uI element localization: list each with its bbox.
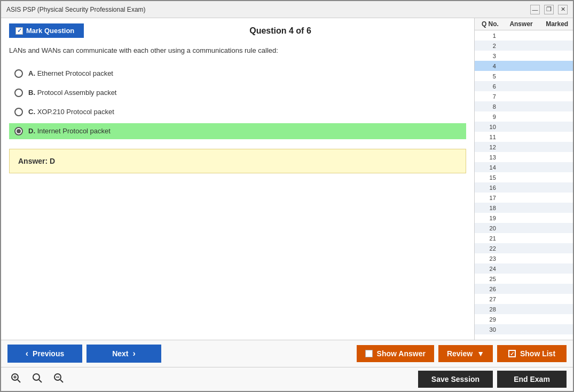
qlist-cell-qno: 22 bbox=[475, 245, 501, 252]
list-item[interactable]: 20 bbox=[475, 223, 573, 233]
list-item[interactable]: 16 bbox=[475, 182, 573, 193]
previous-label: Previous bbox=[33, 349, 64, 358]
window-title: ASIS PSP (Physical Security Professional… bbox=[6, 6, 146, 13]
end-exam-button[interactable]: End Exam bbox=[497, 371, 567, 388]
list-item[interactable]: 3 bbox=[475, 51, 573, 61]
show-answer-button[interactable]: Show Answer bbox=[357, 345, 434, 362]
left-panel: ✓ Mark Question Question 4 of 6 LANs and… bbox=[1, 18, 474, 340]
list-item[interactable]: 26 bbox=[475, 284, 573, 294]
option-c-label: C. bbox=[28, 108, 35, 116]
option-c[interactable]: C. XOP.210 Protocol packet bbox=[9, 104, 466, 120]
mark-question-label: Mark Question bbox=[26, 27, 74, 35]
checkmark-icon: ✓ bbox=[17, 27, 22, 34]
zoom-out-icon bbox=[53, 373, 64, 383]
qlist-cell-qno: 16 bbox=[475, 185, 501, 191]
title-bar: ASIS PSP (Physical Security Professional… bbox=[1, 1, 573, 18]
restore-button[interactable]: ❐ bbox=[544, 5, 554, 14]
next-button[interactable]: Next › bbox=[87, 345, 161, 363]
radio-c[interactable] bbox=[14, 108, 23, 116]
qlist-cell-qno: 27 bbox=[475, 296, 501, 302]
qlist-cell-qno: 14 bbox=[475, 164, 501, 171]
previous-arrow-icon: ‹ bbox=[26, 349, 28, 358]
next-label: Next bbox=[112, 349, 128, 358]
list-item[interactable]: 21 bbox=[475, 233, 573, 243]
list-item[interactable]: 23 bbox=[475, 253, 573, 263]
qlist-cell-qno: 10 bbox=[475, 124, 501, 130]
list-item[interactable]: 24 bbox=[475, 263, 573, 274]
qlist-cell-qno: 18 bbox=[475, 205, 501, 211]
qlist-cell-qno: 26 bbox=[475, 286, 501, 292]
qlist-cell-qno: 17 bbox=[475, 195, 501, 201]
main-content: ✓ Mark Question Question 4 of 6 LANs and… bbox=[1, 18, 573, 340]
mark-question-button[interactable]: ✓ Mark Question bbox=[9, 23, 84, 38]
next-arrow-icon: › bbox=[133, 349, 136, 358]
option-d-value: Internet Protocol packet bbox=[37, 127, 111, 135]
qlist-cell-qno: 11 bbox=[475, 134, 501, 140]
question-text: LANs and WANs can communicate with each … bbox=[9, 45, 466, 56]
option-d-label: D. bbox=[28, 127, 35, 135]
option-b-value: Protocol Assembly packet bbox=[37, 89, 117, 97]
question-list[interactable]: 1 2 3 4 5 6 7 8 bbox=[475, 30, 573, 340]
list-item[interactable]: 9 bbox=[475, 111, 573, 122]
review-button[interactable]: Review ▼ bbox=[438, 345, 493, 362]
svg-line-7 bbox=[60, 380, 63, 382]
list-item[interactable]: 22 bbox=[475, 243, 573, 253]
radio-b[interactable] bbox=[14, 89, 23, 97]
qlist-cell-qno: 23 bbox=[475, 255, 501, 262]
list-item[interactable]: 25 bbox=[475, 274, 573, 284]
zoom-normal-button[interactable] bbox=[29, 372, 46, 387]
list-item[interactable]: 14 bbox=[475, 162, 573, 172]
list-item[interactable]: 19 bbox=[475, 213, 573, 223]
qlist-cell-qno: 15 bbox=[475, 174, 501, 181]
previous-button[interactable]: ‹ Previous bbox=[7, 345, 82, 363]
list-item[interactable]: 2 bbox=[475, 41, 573, 51]
list-item[interactable]: 27 bbox=[475, 294, 573, 304]
list-item[interactable]: 8 bbox=[475, 101, 573, 111]
bottom-right-buttons: Save Session End Exam bbox=[418, 371, 567, 388]
list-item[interactable]: 10 bbox=[475, 122, 573, 132]
option-a-label: A. bbox=[28, 69, 35, 77]
qlist-cell-qno: 1 bbox=[475, 33, 501, 39]
option-d[interactable]: D. Internet Protocol packet bbox=[9, 123, 466, 139]
svg-line-1 bbox=[18, 380, 20, 382]
option-b[interactable]: B. Protocol Assembly packet bbox=[9, 85, 466, 101]
zoom-in-button[interactable] bbox=[7, 372, 25, 387]
list-item[interactable]: 17 bbox=[475, 193, 573, 203]
qlist-cell-qno: 19 bbox=[475, 215, 501, 221]
radio-d[interactable] bbox=[14, 127, 23, 135]
list-item[interactable]: 15 bbox=[475, 172, 573, 182]
review-arrow-icon: ▼ bbox=[477, 349, 484, 358]
zoom-out-button[interactable] bbox=[50, 372, 67, 387]
save-session-button[interactable]: Save Session bbox=[418, 371, 493, 388]
list-item[interactable]: 18 bbox=[475, 203, 573, 213]
qlist-cell-qno: 8 bbox=[475, 103, 501, 110]
svg-point-4 bbox=[33, 374, 40, 380]
list-item[interactable]: 29 bbox=[475, 314, 573, 324]
list-item[interactable]: 28 bbox=[475, 304, 573, 314]
qlist-cell-qno: 9 bbox=[475, 114, 501, 120]
list-item[interactable]: 6 bbox=[475, 81, 573, 91]
svg-line-5 bbox=[39, 380, 42, 382]
zoom-normal-icon bbox=[32, 373, 43, 383]
list-item[interactable]: 30 bbox=[475, 324, 573, 334]
qno-header: Q No. bbox=[475, 20, 501, 28]
qlist-cell-qno: 25 bbox=[475, 276, 501, 282]
list-item[interactable]: 11 bbox=[475, 132, 573, 142]
qlist-cell-qno: 5 bbox=[475, 73, 501, 79]
option-a[interactable]: A. Ethernet Protocol packet bbox=[9, 66, 466, 82]
bottom-bar-2: Save Session End Exam bbox=[1, 367, 573, 391]
list-item[interactable]: 5 bbox=[475, 71, 573, 81]
mark-checkbox-icon: ✓ bbox=[15, 27, 23, 35]
radio-a[interactable] bbox=[14, 69, 23, 78]
option-d-text: D. Internet Protocol packet bbox=[28, 127, 111, 135]
list-item[interactable]: 12 bbox=[475, 142, 573, 152]
list-item[interactable]: 13 bbox=[475, 152, 573, 162]
qlist-cell-qno: 12 bbox=[475, 144, 501, 150]
minimize-button[interactable]: — bbox=[530, 5, 540, 14]
qlist-cell-qno: 20 bbox=[475, 225, 501, 231]
list-item[interactable]: 4 bbox=[475, 61, 573, 71]
close-button[interactable]: ✕ bbox=[558, 5, 568, 14]
show-list-button[interactable]: ✓ Show List bbox=[497, 345, 567, 362]
list-item[interactable]: 1 bbox=[475, 30, 573, 41]
list-item[interactable]: 7 bbox=[475, 91, 573, 101]
